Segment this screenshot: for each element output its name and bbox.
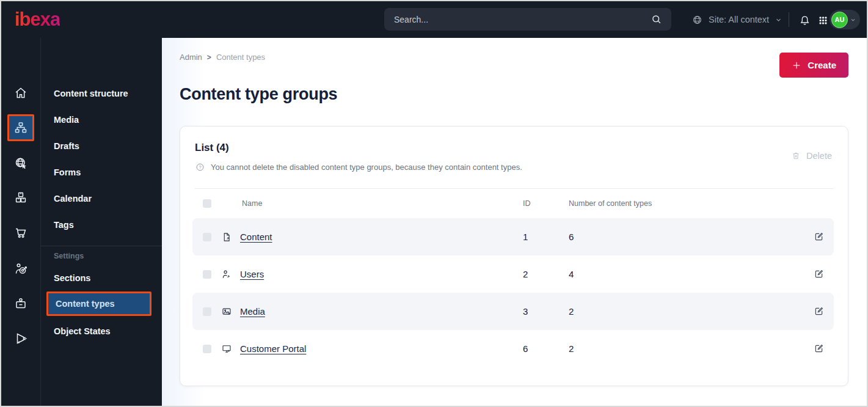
site-context-selector[interactable]: Site: All context xyxy=(691,1,782,38)
sidebar-item-sections[interactable]: Sections xyxy=(41,265,162,291)
group-id: 1 xyxy=(523,232,528,242)
create-button-label: Create xyxy=(808,60,836,70)
sidebar-item-calendar[interactable]: Calendar xyxy=(41,185,162,211)
sidebar-item-label: Content structure xyxy=(54,89,128,98)
svg-text:?: ? xyxy=(199,164,201,170)
row-checkbox[interactable] xyxy=(203,307,211,316)
product-catalog-icon[interactable] xyxy=(7,184,34,211)
site-globe-icon xyxy=(691,14,703,26)
page-title: Content type groups xyxy=(180,85,337,104)
group-id: 2 xyxy=(523,269,528,279)
icon-rail xyxy=(1,38,41,406)
sidebar-item-label: Object States xyxy=(54,326,111,336)
notifications-bell-icon[interactable] xyxy=(797,13,812,28)
sidebar-item-label: Content types xyxy=(56,299,115,309)
sidebar-item-label: Media xyxy=(54,115,79,125)
sidebar-item-label: Drafts xyxy=(54,141,79,151)
help-row: ? You cannot delete the disabled content… xyxy=(195,162,522,172)
ibexa-logo: ibexa xyxy=(15,9,60,30)
main-content: Admin > Content types Create Content typ… xyxy=(162,38,867,406)
topbar-divider xyxy=(789,12,789,27)
table-body: Content 1 6 Users 2 4 xyxy=(192,218,834,367)
menu-divider xyxy=(41,246,162,246)
sidebar-item-content-structure[interactable]: Content structure xyxy=(41,80,162,106)
help-text: You cannot delete the disabled content t… xyxy=(211,163,522,172)
column-header-count: Number of content types xyxy=(569,189,652,218)
sidebar-item-forms[interactable]: Forms xyxy=(41,159,162,185)
search-icon[interactable] xyxy=(651,13,663,26)
edit-button[interactable] xyxy=(812,304,826,318)
edit-button[interactable] xyxy=(812,342,826,356)
table-row: Users 2 4 xyxy=(192,255,834,293)
plus-icon xyxy=(792,61,801,70)
app-grid-icon[interactable] xyxy=(815,13,830,28)
site-icon[interactable] xyxy=(7,150,34,177)
group-link[interactable]: Customer Portal xyxy=(240,343,306,354)
sidebar-item-drafts[interactable]: Drafts xyxy=(41,133,162,159)
sidebar-item-content-types[interactable]: Content types xyxy=(46,292,151,316)
sidebar-item-label: Calendar xyxy=(54,194,92,204)
sidebar-item-object-states[interactable]: Object States xyxy=(41,318,162,344)
sidebar-item-label: Tags xyxy=(54,220,74,230)
create-button[interactable]: Create xyxy=(779,53,848,78)
user-menu[interactable]: AU xyxy=(830,10,860,29)
breadcrumb: Admin > Content types xyxy=(180,53,265,62)
personalization-icon[interactable] xyxy=(7,255,34,282)
breadcrumb-content-types: Content types xyxy=(216,53,265,62)
breadcrumb-admin[interactable]: Admin xyxy=(180,53,202,62)
search-input[interactable] xyxy=(394,15,651,24)
select-all-checkbox[interactable] xyxy=(203,199,211,208)
settings-section-label: Settings xyxy=(41,249,162,263)
content-file-icon xyxy=(221,218,232,255)
group-link[interactable]: Media xyxy=(240,306,265,317)
chevron-down-icon xyxy=(850,16,856,23)
edit-button[interactable] xyxy=(812,267,826,281)
table-row: Content 1 6 xyxy=(192,218,834,255)
row-checkbox[interactable] xyxy=(203,345,211,353)
customer-portal-badge-icon[interactable] xyxy=(7,290,34,317)
table-row: Customer Portal 6 2 xyxy=(192,330,834,367)
users-person-icon xyxy=(221,255,232,293)
column-header-name: Name xyxy=(242,189,262,218)
media-image-icon xyxy=(221,293,232,330)
group-count: 6 xyxy=(569,232,574,242)
group-count: 2 xyxy=(569,306,574,317)
app-window: ibexa Site: All context AU xyxy=(0,0,868,407)
sidebar-item-media[interactable]: Media xyxy=(41,106,162,133)
list-title: List (4) xyxy=(195,142,229,154)
group-id: 6 xyxy=(523,343,528,354)
edit-button[interactable] xyxy=(812,230,826,244)
sidebar-item-label: Forms xyxy=(54,167,81,177)
question-circle-icon: ? xyxy=(195,162,205,172)
global-search[interactable] xyxy=(384,8,671,31)
trash-icon xyxy=(791,151,801,161)
customer-portal-monitor-icon xyxy=(221,330,232,367)
commerce-cart-icon[interactable] xyxy=(7,219,34,246)
content-structure-icon[interactable] xyxy=(7,114,34,141)
breadcrumb-separator: > xyxy=(207,53,211,62)
topbar: ibexa Site: All context AU xyxy=(1,1,867,38)
row-checkbox[interactable] xyxy=(203,270,211,279)
chevron-down-icon xyxy=(775,16,782,24)
row-checkbox[interactable] xyxy=(203,233,211,241)
table-header: Name ID Number of content types xyxy=(192,189,834,218)
marketing-megaphone-icon[interactable] xyxy=(7,325,34,352)
site-context-label: Site: All context xyxy=(709,15,769,24)
group-count: 2 xyxy=(569,343,574,354)
delete-button-label: Delete xyxy=(806,151,832,161)
group-link[interactable]: Users xyxy=(240,269,264,279)
column-header-id: ID xyxy=(523,189,531,218)
sidebar-item-label: Sections xyxy=(54,273,90,283)
group-link[interactable]: Content xyxy=(240,232,272,242)
sidebar-item-tags[interactable]: Tags xyxy=(41,211,162,238)
table-row: Media 3 2 xyxy=(192,293,834,330)
group-id: 3 xyxy=(523,306,528,317)
sidebar-menu: Content structure Media Drafts Forms Cal… xyxy=(41,38,162,406)
avatar: AU xyxy=(831,12,848,28)
delete-button[interactable]: Delete xyxy=(791,151,832,161)
content-type-groups-card: List (4) ? You cannot delete the disable… xyxy=(180,126,848,386)
home-icon[interactable] xyxy=(7,79,34,106)
group-count: 4 xyxy=(569,269,574,279)
